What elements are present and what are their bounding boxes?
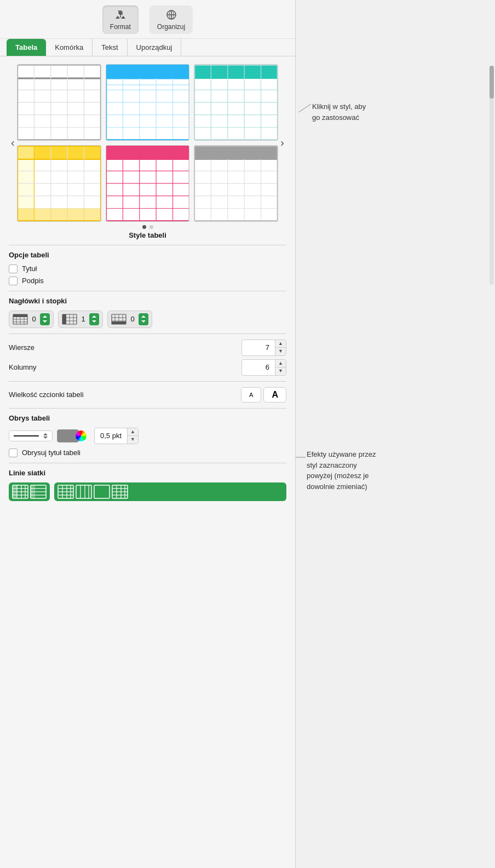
tab-bar: Tabela Komórka Tekst Uporządkuj <box>0 39 295 56</box>
col-header-down[interactable] <box>43 320 47 323</box>
col-header-control: 0 <box>9 311 54 328</box>
title-checkbox-row: Tytuł <box>9 265 286 273</box>
gallery-dots <box>9 225 286 229</box>
title-checkbox-label: Tytuł <box>22 265 37 273</box>
svg-rect-34 <box>194 65 278 78</box>
rows-value[interactable]: 7 <box>242 342 275 353</box>
border-style-chevrons <box>43 433 48 439</box>
format-button[interactable]: Format <box>102 5 139 34</box>
svg-rect-60 <box>106 146 189 159</box>
format-label: Format <box>110 23 131 31</box>
caption-checkbox-row: Podpis <box>9 277 286 285</box>
section-border: Obrys tabeli <box>9 414 286 422</box>
section-gridlines: Linie siatki <box>9 469 286 477</box>
cols-field-row: Kolumny 6 ▲ ▼ <box>9 359 286 376</box>
scrollbar-thumb[interactable] <box>490 66 494 99</box>
style-gallery-label: Style tabeli <box>9 231 286 239</box>
rows-label: Wiersze <box>9 343 34 352</box>
cols-up[interactable]: ▲ <box>275 360 286 367</box>
divider-6 <box>9 463 286 463</box>
caption-checkbox[interactable] <box>9 277 18 285</box>
cols-value[interactable]: 6 <box>242 361 275 373</box>
row-header-down[interactable] <box>92 320 96 323</box>
border-value[interactable]: 0,5 pkt <box>95 430 127 441</box>
svg-rect-9 <box>18 65 101 78</box>
row-header-stepper[interactable] <box>89 313 99 325</box>
title-checkbox[interactable] <box>9 265 18 273</box>
footer-down[interactable] <box>141 320 146 323</box>
tab-tekst[interactable]: Tekst <box>93 39 127 56</box>
organizuj-label: Organizuj <box>157 23 185 31</box>
grid-full-icon[interactable] <box>112 485 128 499</box>
dot-1[interactable] <box>142 225 146 229</box>
divider-2 <box>9 291 286 291</box>
footer-icon <box>111 314 126 325</box>
style-thumb-yellow[interactable] <box>17 145 101 222</box>
grid-all-icon[interactable] <box>12 485 28 499</box>
divider-3 <box>9 334 286 334</box>
style-thumb-gray[interactable] <box>194 145 278 222</box>
grid-cols-icon[interactable] <box>76 485 92 499</box>
scrollbar-track[interactable] <box>490 66 494 285</box>
color-wheel-icon[interactable] <box>76 430 87 441</box>
row-header-up[interactable] <box>92 315 96 318</box>
annotation-effects-tip: Efekty używane przezstyl zaznaczonypowyż… <box>307 449 376 492</box>
style-thumb-pink[interactable] <box>106 145 190 222</box>
grid-lines-controls <box>9 482 286 501</box>
divider-1 <box>9 245 286 245</box>
border-chevron-down <box>43 436 48 439</box>
style-gallery: ‹ <box>9 64 286 239</box>
border-down[interactable]: ▼ <box>128 436 138 444</box>
organizuj-icon <box>165 9 177 21</box>
section-table-options: Opcje tabeli <box>9 251 286 259</box>
rows-stepper[interactable]: ▲ ▼ <box>275 340 286 355</box>
style-thumb-teal[interactable] <box>194 64 278 141</box>
style-thumb-blue[interactable] <box>106 64 190 141</box>
format-icon <box>114 9 126 21</box>
font-large-btn[interactable]: A <box>263 387 286 403</box>
cols-down[interactable]: ▼ <box>275 367 286 375</box>
rows-down[interactable]: ▼ <box>275 348 286 355</box>
gallery-prev-arrow[interactable]: ‹ <box>9 136 17 149</box>
col-header-up[interactable] <box>43 315 47 318</box>
svg-rect-21 <box>106 65 189 78</box>
footer-up[interactable] <box>141 315 146 318</box>
border-line-preview <box>14 435 39 436</box>
rows-up[interactable]: ▲ <box>275 340 286 348</box>
dot-2[interactable] <box>149 225 153 229</box>
border-title-checkbox[interactable] <box>9 449 18 457</box>
color-picker-area <box>57 429 79 442</box>
footer-stepper[interactable] <box>139 313 148 325</box>
border-chevron-up <box>43 433 48 435</box>
svg-rect-72 <box>194 146 278 159</box>
tab-tabela[interactable]: Tabela <box>7 39 46 56</box>
grid-rows-icon[interactable] <box>30 485 47 499</box>
gallery-grid <box>17 64 279 222</box>
organizuj-button[interactable]: Organizuj <box>149 5 193 34</box>
border-value-group: 0,5 pkt ▲ ▼ <box>94 428 139 444</box>
svg-rect-127 <box>94 485 110 498</box>
row-header-control: 1 <box>58 311 103 328</box>
font-size-row: Wielkość czcionki tabeli A A <box>9 387 286 403</box>
border-title-checkbox-row: Obrysuj tytuł tabeli <box>9 449 286 457</box>
border-style-select[interactable] <box>9 430 53 441</box>
font-small-btn[interactable]: A <box>241 387 261 403</box>
border-stepper[interactable]: ▲ ▼ <box>127 428 138 444</box>
row-header-icon <box>62 314 77 325</box>
cols-stepper[interactable]: ▲ ▼ <box>275 360 286 375</box>
content-area: ‹ <box>0 56 295 868</box>
col-header-stepper[interactable] <box>40 313 50 325</box>
cols-input-group: 6 ▲ ▼ <box>241 359 286 376</box>
section-headers: Nagłówki i stopki <box>9 297 286 305</box>
tab-uporzadkuj[interactable]: Uporządkuj <box>128 39 182 56</box>
tab-komorka[interactable]: Komórka <box>46 39 93 56</box>
col-header-value: 0 <box>30 315 38 323</box>
style-thumb-plain[interactable] <box>17 64 101 141</box>
font-size-label: Wielkość czcionki tabeli <box>9 390 84 399</box>
border-up[interactable]: ▲ <box>128 428 138 436</box>
divider-4 <box>9 381 286 382</box>
grid-none-icon[interactable] <box>94 485 110 499</box>
grid-alt-rows-icon[interactable] <box>57 485 74 499</box>
row-header-value: 1 <box>79 315 87 323</box>
gallery-next-arrow[interactable]: › <box>278 136 286 149</box>
